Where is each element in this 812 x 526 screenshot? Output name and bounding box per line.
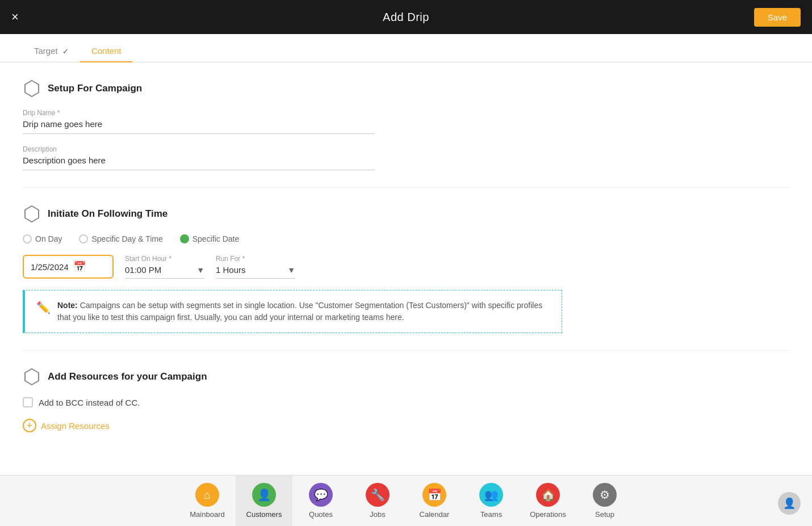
nav-item-quotes[interactable]: 💬 Quotes [292,475,349,527]
note-text-body: Campaigns can be setup with segments set… [57,301,542,322]
customers-icon: 👤 [252,483,276,507]
note-content: Note: Campaigns can be setup with segmen… [57,300,550,323]
bcc-checkbox-row[interactable]: Add to BCC instead of CC. [23,397,789,407]
radio-circle-on-day [23,234,32,243]
svg-marker-0 [25,81,39,96]
nav-item-operations[interactable]: 🏠 Operations [520,475,576,527]
description-field: Description Description goes here [23,145,375,170]
main-content: Setup For Campaign Drip Name * Drip name… [0,62,812,475]
radio-group: On Day Specific Day & Time Specific Date [23,234,789,243]
teams-label: Teams [480,510,502,519]
date-picker[interactable]: 1/25/2024 📅 [23,255,114,279]
close-button[interactable]: × [11,11,19,23]
nav-item-teams[interactable]: 👥 Teams [463,475,520,527]
bcc-label: Add to BCC instead of CC. [39,398,140,407]
tab-target[interactable]: Target ✓ [23,40,80,62]
setup-title: Setup For Campaign [48,83,142,94]
divider-2 [23,350,789,351]
initiate-icon [23,205,41,223]
nav-item-jobs[interactable]: 🔧 Jobs [349,475,406,527]
resources-section-header: Add Resources for your Campaign [23,368,789,386]
radio-specific-date[interactable]: Specific Date [180,234,239,243]
bottom-nav: ⌂ Mainboard 👤 Customers 💬 Quotes 🔧 Jobs … [0,475,812,526]
header: × Add Drip Save [0,0,812,34]
radio-specific-day-time[interactable]: Specific Day & Time [79,234,162,243]
tab-content[interactable]: Content [80,40,133,62]
drip-name-value[interactable]: Drip name goes here [23,119,375,134]
radio-circle-specific-day-time [79,234,88,243]
description-label: Description [23,145,375,153]
resources-icon [23,368,41,386]
quotes-icon: 💬 [309,483,333,507]
setup-label: Setup [595,510,614,519]
nav-item-mainboard[interactable]: ⌂ Mainboard [179,475,236,527]
run-for-value: 1 Hours [216,265,284,275]
start-on-hour-arrow-icon: ▼ [196,266,204,275]
setup-nav-icon: ⚙ [593,483,617,507]
tab-bar: Target ✓ Content [0,34,812,62]
start-on-hour-field: Start On Hour * 01:00 PM ▼ [125,255,204,279]
setup-section-header: Setup For Campaign [23,79,789,98]
initiate-section-header: Initiate On Following Time [23,205,789,223]
run-for-arrow-icon: ▼ [287,266,295,275]
radio-label-specific-date: Specific Date [192,234,239,243]
save-button[interactable]: Save [754,8,801,27]
operations-icon: 🏠 [536,483,560,507]
teams-icon: 👥 [479,483,503,507]
run-for-dropdown[interactable]: 1 Hours ▼ [216,265,295,279]
start-on-hour-label: Start On Hour * [125,255,204,263]
mainboard-label: Mainboard [190,510,224,519]
nav-item-customers[interactable]: 👤 Customers [236,475,292,527]
calendar-nav-icon: 📅 [422,483,446,507]
start-on-hour-dropdown[interactable]: 01:00 PM ▼ [125,265,204,279]
note-label: Note: [57,301,78,310]
assign-plus-icon: + [23,419,36,432]
start-on-hour-value: 01:00 PM [125,265,193,275]
bcc-checkbox[interactable] [23,397,33,407]
run-for-field: Run For * 1 Hours ▼ [216,255,295,279]
svg-marker-2 [25,369,39,385]
radio-on-day[interactable]: On Day [23,234,62,243]
divider-1 [23,187,789,188]
avatar[interactable]: 👤 [778,492,801,515]
radio-label-on-day: On Day [35,234,62,243]
run-for-label: Run For * [216,255,295,263]
page-title: Add Drip [383,11,429,24]
drip-name-field: Drip Name * Drip name goes here [23,109,375,134]
note-pencil-icon: ✏️ [36,301,51,314]
datetime-row: 1/25/2024 📅 Start On Hour * 01:00 PM ▼ R… [23,255,789,279]
calendar-label: Calendar [420,510,450,519]
mainboard-icon: ⌂ [195,483,219,507]
date-value: 1/25/2024 [31,262,69,272]
setup-icon [23,79,41,98]
assign-label: Assign Resources [41,421,110,431]
operations-label: Operations [530,510,566,519]
tab-check-icon: ✓ [62,47,69,56]
quotes-label: Quotes [309,510,333,519]
jobs-icon: 🔧 [366,483,390,507]
assign-resources-button[interactable]: + Assign Resources [23,419,110,432]
jobs-label: Jobs [370,510,385,519]
calendar-icon: 📅 [73,260,86,273]
initiate-title: Initiate On Following Time [48,208,168,220]
nav-item-setup[interactable]: ⚙ Setup [576,475,633,527]
description-value[interactable]: Description goes here [23,155,375,170]
radio-label-specific-day-time: Specific Day & Time [91,234,162,243]
drip-name-label: Drip Name * [23,109,375,117]
svg-marker-1 [25,206,39,222]
nav-item-calendar[interactable]: 📅 Calendar [406,475,463,527]
note-box: ✏️ Note: Campaigns can be setup with seg… [23,290,562,333]
radio-circle-specific-date [180,234,189,243]
resources-title: Add Resources for your Campaign [48,371,207,382]
customers-label: Customers [246,510,282,519]
